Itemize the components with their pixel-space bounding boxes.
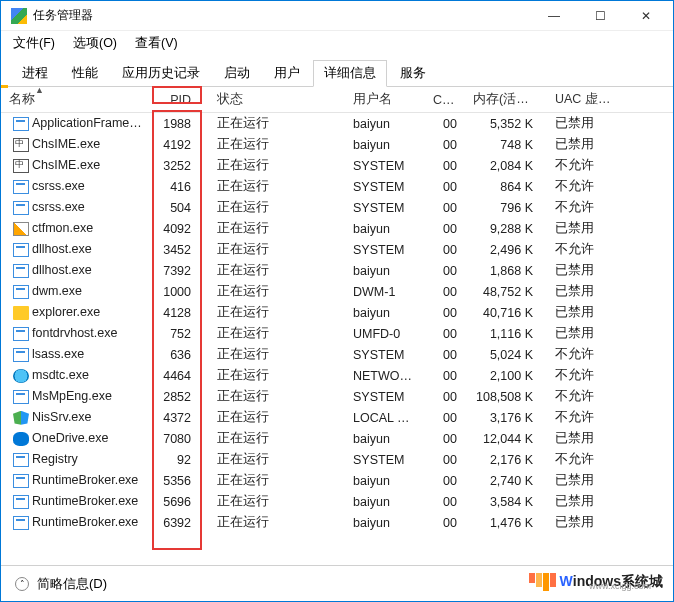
process-icon — [13, 285, 29, 299]
watermark: Windows系统城 www.xclgg.com — [529, 573, 663, 591]
process-icon — [13, 390, 29, 404]
cell-mem: 3,176 K — [465, 411, 541, 425]
cell-cpu: 00 — [425, 159, 465, 173]
cell-user: SYSTEM — [345, 453, 425, 467]
tab-3[interactable]: 启动 — [213, 60, 261, 87]
tab-6[interactable]: 服务 — [389, 60, 437, 87]
cell-uac: 不允许 — [541, 157, 621, 174]
table-row[interactable]: RuntimeBroker.exe5356正在运行baiyun002,740 K… — [1, 470, 673, 491]
menu-options[interactable]: 选项(O) — [69, 33, 121, 54]
watermark-url: www.xclgg.com — [589, 581, 651, 591]
process-icon — [13, 243, 29, 257]
cell-user: baiyun — [345, 264, 425, 278]
cell-pid: 1000 — [153, 285, 203, 299]
cell-cpu: 00 — [425, 348, 465, 362]
sort-indicator-icon: ▲ — [35, 91, 44, 95]
cell-mem: 5,024 K — [465, 348, 541, 362]
cell-name: csrss.exe — [32, 179, 85, 193]
col-state[interactable]: 状态 — [203, 91, 345, 108]
col-uac[interactable]: UAC 虚拟化 — [541, 91, 621, 108]
cell-pid: 1988 — [153, 117, 203, 131]
cell-state: 正在运行 — [203, 157, 345, 174]
table-row[interactable]: ChsIME.exe3252正在运行SYSTEM002,084 K不允许 — [1, 155, 673, 176]
process-icon — [13, 306, 29, 320]
table-row[interactable]: MsMpEng.exe2852正在运行SYSTEM00108,508 K不允许 — [1, 386, 673, 407]
cell-cpu: 00 — [425, 390, 465, 404]
col-name[interactable]: ▲ 名称 — [1, 91, 153, 108]
cell-name: ChsIME.exe — [32, 158, 100, 172]
cell-pid: 4092 — [153, 222, 203, 236]
table-row[interactable]: ApplicationFrameH...1988正在运行baiyun005,35… — [1, 113, 673, 134]
cell-name: csrss.exe — [32, 200, 85, 214]
process-icon — [13, 516, 29, 530]
table-row[interactable]: RuntimeBroker.exe5696正在运行baiyun003,584 K… — [1, 491, 673, 512]
table-row[interactable]: dwm.exe1000正在运行DWM-10048,752 K已禁用 — [1, 281, 673, 302]
cell-user: baiyun — [345, 306, 425, 320]
minimize-button[interactable]: — — [531, 1, 577, 31]
cell-user: UMFD-0 — [345, 327, 425, 341]
process-icon — [13, 138, 29, 152]
tab-2[interactable]: 应用历史记录 — [111, 60, 211, 87]
col-cpu[interactable]: CPU — [425, 93, 465, 107]
cell-name: lsass.exe — [32, 347, 84, 361]
cell-user: SYSTEM — [345, 159, 425, 173]
table-row[interactable]: explorer.exe4128正在运行baiyun0040,716 K已禁用 — [1, 302, 673, 323]
tab-5[interactable]: 详细信息 — [313, 60, 387, 87]
tab-0[interactable]: 进程 — [11, 60, 59, 87]
grid-rows[interactable]: ApplicationFrameH...1988正在运行baiyun005,35… — [1, 113, 673, 573]
menu-view[interactable]: 查看(V) — [131, 33, 182, 54]
table-row[interactable]: ctfmon.exe4092正在运行baiyun009,288 K已禁用 — [1, 218, 673, 239]
cell-uac: 不允许 — [541, 199, 621, 216]
menu-file[interactable]: 文件(F) — [9, 33, 59, 54]
window-buttons: — ☐ ✕ — [531, 1, 669, 31]
table-row[interactable]: msdtc.exe4464正在运行NETWOR...002,100 K不允许 — [1, 365, 673, 386]
cell-uac: 已禁用 — [541, 514, 621, 531]
tab-1[interactable]: 性能 — [61, 60, 109, 87]
cell-mem: 5,352 K — [465, 117, 541, 131]
cell-mem: 1,476 K — [465, 516, 541, 530]
maximize-button[interactable]: ☐ — [577, 1, 623, 31]
table-row[interactable]: ChsIME.exe4192正在运行baiyun00748 K已禁用 — [1, 134, 673, 155]
cell-mem: 12,044 K — [465, 432, 541, 446]
cell-user: baiyun — [345, 138, 425, 152]
table-row[interactable]: csrss.exe416正在运行SYSTEM00864 K不允许 — [1, 176, 673, 197]
table-row[interactable]: csrss.exe504正在运行SYSTEM00796 K不允许 — [1, 197, 673, 218]
cell-state: 正在运行 — [203, 430, 345, 447]
table-row[interactable]: dllhost.exe3452正在运行SYSTEM002,496 K不允许 — [1, 239, 673, 260]
titlebar[interactable]: 任务管理器 — ☐ ✕ — [1, 1, 673, 31]
brief-info-link[interactable]: 简略信息(D) — [37, 575, 107, 593]
cell-pid: 4464 — [153, 369, 203, 383]
cell-uac: 已禁用 — [541, 493, 621, 510]
table-row[interactable]: fontdrvhost.exe752正在运行UMFD-0001,116 K已禁用 — [1, 323, 673, 344]
table-row[interactable]: Registry92正在运行SYSTEM002,176 K不允许 — [1, 449, 673, 470]
col-pid[interactable]: PID — [153, 93, 203, 107]
col-user[interactable]: 用户名 — [345, 91, 425, 108]
table-row[interactable]: RuntimeBroker.exe6392正在运行baiyun001,476 K… — [1, 512, 673, 533]
process-icon — [13, 201, 29, 215]
process-icon — [13, 327, 29, 341]
cell-pid: 6392 — [153, 516, 203, 530]
cell-state: 正在运行 — [203, 262, 345, 279]
cell-uac: 已禁用 — [541, 115, 621, 132]
col-mem[interactable]: 内存(活动... — [465, 91, 541, 108]
table-row[interactable]: lsass.exe636正在运行SYSTEM005,024 K不允许 — [1, 344, 673, 365]
cell-state: 正在运行 — [203, 136, 345, 153]
table-row[interactable]: OneDrive.exe7080正在运行baiyun0012,044 K已禁用 — [1, 428, 673, 449]
cell-state: 正在运行 — [203, 346, 345, 363]
cell-cpu: 00 — [425, 516, 465, 530]
cell-user: baiyun — [345, 495, 425, 509]
cell-pid: 3452 — [153, 243, 203, 257]
cell-uac: 已禁用 — [541, 472, 621, 489]
cell-cpu: 00 — [425, 453, 465, 467]
table-row[interactable]: NisSrv.exe4372正在运行LOCAL SE...003,176 K不允… — [1, 407, 673, 428]
cell-name: msdtc.exe — [32, 368, 89, 382]
col-name-label: 名称 — [9, 92, 35, 106]
cell-cpu: 00 — [425, 369, 465, 383]
cell-state: 正在运行 — [203, 367, 345, 384]
close-button[interactable]: ✕ — [623, 1, 669, 31]
table-row[interactable]: dllhost.exe7392正在运行baiyun001,868 K已禁用 — [1, 260, 673, 281]
app-icon — [11, 8, 27, 24]
tab-4[interactable]: 用户 — [263, 60, 311, 87]
cell-name: RuntimeBroker.exe — [32, 515, 138, 529]
collapse-icon[interactable]: ˄ — [15, 577, 29, 591]
